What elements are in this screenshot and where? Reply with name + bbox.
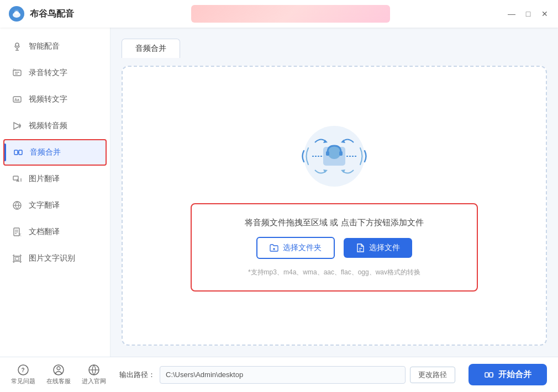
svg-text:?: ? — [22, 367, 25, 373]
svg-point-52 — [57, 367, 60, 370]
merge-icon — [12, 146, 24, 158]
svg-text:Aa: Aa — [14, 98, 19, 102]
action-buttons: 选择文件夹 选择文件 — [256, 237, 412, 259]
app-title: 布谷鸟配音 — [30, 8, 74, 20]
title-bar-center — [80, 5, 502, 23]
bottom-bar: ? 常见问题 在线客服 — [0, 357, 558, 392]
title-bar: 布谷鸟配音 — □ ✕ — [0, 0, 558, 28]
start-label: 开始合并 — [498, 369, 531, 380]
svg-point-3 — [15, 43, 19, 46]
output-path-label: 输出路径： — [119, 370, 155, 380]
official-button[interactable]: 进入官网 — [82, 364, 106, 385]
official-label: 进入官网 — [82, 377, 106, 385]
sidebar-item-audio-merge[interactable]: 音频合并 — [3, 139, 107, 166]
window-controls: — □ ✕ — [507, 9, 549, 18]
file-icon — [356, 243, 365, 252]
svg-rect-27 — [15, 257, 19, 260]
inner-action-box: 将音频文件拖拽至区域 或 点击下方按钮添加文件 选择文件夹 — [191, 203, 478, 292]
select-file-label: 选择文件 — [369, 243, 400, 253]
change-path-button[interactable]: 更改路径 — [410, 367, 455, 383]
select-folder-label: 选择文件夹 — [283, 243, 322, 253]
drag-text: 将音频文件拖拽至区域 或 点击下方按钮添加文件 — [245, 218, 423, 228]
text-translate-icon — [11, 199, 23, 211]
drop-zone[interactable]: 将音频文件拖拽至区域 或 点击下方按钮添加文件 选择文件夹 — [122, 66, 547, 346]
sidebar-item-smart-dubbing[interactable]: 智能配音 — [0, 33, 110, 60]
faq-label: 常见问题 — [11, 377, 35, 385]
sidebar-item-text-translate[interactable]: 文字翻译 — [0, 192, 110, 219]
select-folder-button[interactable]: 选择文件夹 — [256, 237, 335, 259]
tab-bar: 音频合并 — [122, 39, 547, 58]
sidebar-item-video-to-audio[interactable]: 视频转音频 — [0, 113, 110, 139]
sidebar-label-audio-merge: 音频合并 — [30, 147, 61, 157]
sidebar: 智能配音 Aa 录音转文字 Aa 视频转文字 — [0, 28, 110, 357]
sidebar-label-smart-dubbing: 智能配音 — [29, 41, 60, 51]
faq-icon: ? — [17, 364, 29, 376]
video-audio-icon — [11, 120, 23, 132]
output-path-input[interactable] — [160, 366, 406, 384]
drop-illustration — [290, 120, 378, 192]
sidebar-label-text-translate: 文字翻译 — [29, 200, 60, 210]
output-path-section: 输出路径： 更改路径 — [119, 366, 455, 384]
tab-audio-merge[interactable]: 音频合并 — [122, 39, 180, 58]
svg-rect-40 — [339, 151, 343, 156]
title-bar-banner — [191, 5, 390, 23]
select-file-button[interactable]: 选择文件 — [344, 238, 412, 258]
maximize-button[interactable]: □ — [524, 9, 533, 18]
support-button[interactable]: 在线客服 — [46, 364, 71, 385]
sidebar-label-audio-to-text: 录音转文字 — [29, 68, 67, 78]
svg-rect-13 — [14, 150, 18, 155]
svg-text:Aa: Aa — [13, 68, 16, 71]
content-area: 音频合并 — [110, 28, 558, 357]
sidebar-label-image-ocr: 图片文字识别 — [29, 253, 75, 263]
sidebar-item-video-to-text[interactable]: Aa 视频转文字 — [0, 86, 110, 113]
svg-rect-14 — [19, 150, 22, 155]
support-icon — [52, 364, 65, 376]
faq-button[interactable]: ? 常见问题 — [11, 364, 35, 385]
sidebar-item-audio-to-text[interactable]: Aa 录音转文字 — [0, 60, 110, 86]
svg-rect-26 — [14, 256, 20, 261]
ocr-icon — [11, 252, 23, 264]
sidebar-label-image-translate: 图片翻译 — [29, 174, 60, 184]
minimize-button[interactable]: — — [507, 9, 516, 18]
sidebar-item-doc-translate[interactable]: 文 文档翻译 — [0, 219, 110, 245]
doc-translate-icon: 文 — [11, 226, 23, 238]
svg-rect-39 — [326, 151, 329, 156]
sidebar-label-video-to-text: 视频转文字 — [29, 94, 67, 104]
bottom-actions: ? 常见问题 在线客服 — [11, 364, 106, 385]
official-icon — [88, 364, 100, 376]
sidebar-label-doc-translate: 文档翻译 — [29, 227, 60, 237]
main-layout: 智能配音 Aa 录音转文字 Aa 视频转文字 — [0, 28, 558, 357]
support-formats-text: *支持mp3、m4a、wma、aac、flac、ogg、wav格式的转换 — [248, 268, 420, 277]
folder-icon — [270, 243, 278, 252]
sidebar-item-image-ocr[interactable]: 图片文字识别 — [0, 245, 110, 272]
close-button[interactable]: ✕ — [540, 9, 549, 18]
sidebar-label-video-to-audio: 视频转音频 — [29, 121, 67, 131]
app-logo — [9, 6, 24, 22]
video-text-icon: Aa — [11, 93, 23, 105]
svg-rect-55 — [485, 373, 488, 377]
svg-text:文: 文 — [18, 232, 22, 236]
support-label: 在线客服 — [46, 377, 71, 385]
img-translate-icon — [11, 173, 23, 185]
audio-text-icon: Aa — [11, 67, 23, 79]
start-merge-button[interactable]: 开始合并 — [468, 364, 547, 385]
sidebar-item-image-translate[interactable]: 图片翻译 — [0, 166, 110, 192]
mic-icon — [11, 40, 23, 52]
start-icon — [484, 370, 494, 380]
